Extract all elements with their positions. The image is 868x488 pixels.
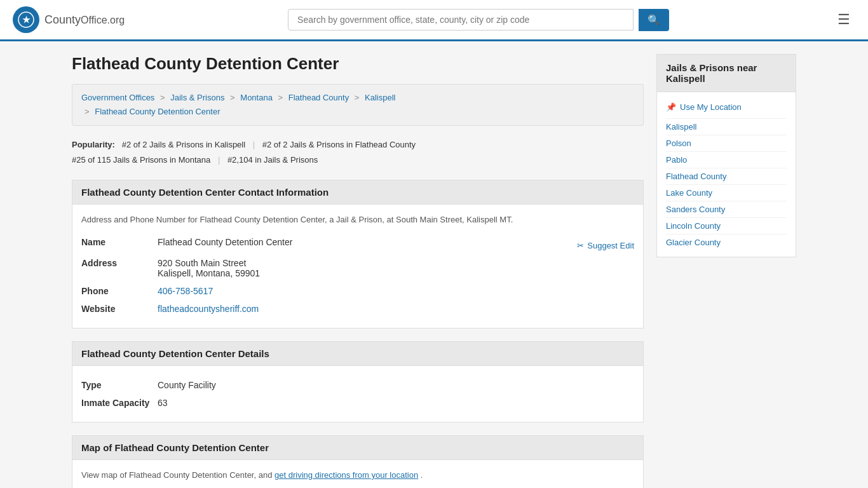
popularity-stat2: #2 of 2 Jails & Prisons in Flathead Coun…	[262, 140, 416, 149]
name-value: Flathead County Detention Center	[158, 237, 577, 247]
website-label: Website	[81, 304, 158, 314]
map-section-body: View map of Flathead County Detention Ce…	[72, 460, 644, 488]
phone-row: Phone 406-758-5617	[81, 282, 634, 300]
contact-section: Flathead County Detention Center Contact…	[72, 180, 644, 329]
page-title: Flathead County Detention Center	[72, 54, 644, 74]
contact-description: Address and Phone Number for Flathead Co…	[81, 215, 634, 224]
popularity-stat1: #2 of 2 Jails & Prisons in Kalispell	[122, 140, 245, 149]
address-row: Address 920 South Main Street Kalispell,…	[81, 254, 634, 282]
capacity-value: 63	[158, 398, 634, 408]
popularity-section: Popularity: #2 of 2 Jails & Prisons in K…	[72, 137, 644, 167]
phone-link[interactable]: 406-758-5617	[158, 286, 213, 296]
site-header: ★ CountyOffice.org 🔍 ☰	[0, 0, 868, 41]
website-row: Website flatheadcountysheriff.com	[81, 300, 634, 318]
use-my-location-button[interactable]: 📌 Use My Location	[666, 98, 787, 116]
breadcrumb-link-kalispell[interactable]: Kalispell	[365, 93, 395, 102]
sidebar-body: 📌 Use My Location Kalispell Polson Pablo…	[657, 92, 796, 257]
logo-area: ★ CountyOffice.org	[13, 6, 125, 33]
sidebar-link-kalispell[interactable]: Kalispell	[666, 118, 787, 135]
address-value: 920 South Main Street Kalispell, Montana…	[158, 258, 634, 278]
map-section-header: Map of Flathead County Detention Center	[72, 435, 644, 460]
map-section: Map of Flathead County Detention Center …	[72, 435, 644, 488]
breadcrumb: Government Offices > Jails & Prisons > M…	[72, 84, 644, 126]
content-area: Flathead County Detention Center Governm…	[72, 54, 644, 488]
capacity-label: Inmate Capacity	[81, 398, 158, 408]
edit-icon: ✂	[577, 241, 584, 250]
capacity-row: Inmate Capacity 63	[81, 394, 634, 412]
website-value: flatheadcountysheriff.com	[158, 304, 634, 314]
main-container: Flathead County Detention Center Governm…	[59, 41, 809, 488]
search-input[interactable]	[288, 9, 634, 30]
name-label: Name	[81, 237, 158, 247]
details-info-table: Type County Facility Inmate Capacity 63	[81, 376, 634, 412]
menu-button[interactable]: ☰	[832, 9, 855, 30]
details-section-header: Flathead County Detention Center Details	[72, 341, 644, 366]
logo-text: CountyOffice.org	[44, 13, 125, 27]
contact-info-table: Name Flathead County Detention Center ✂ …	[81, 233, 634, 318]
suggest-edit-button[interactable]: ✂ Suggest Edit	[577, 237, 634, 250]
sidebar-link-lincoln-county[interactable]: Lincoln County	[666, 217, 787, 234]
driving-directions-link[interactable]: get driving directions from your locatio…	[275, 470, 418, 480]
sidebar-link-glacier-county[interactable]: Glacier County	[666, 234, 787, 250]
sidebar-header: Jails & Prisons near Kalispell	[657, 55, 796, 92]
sidebar-link-flathead-county[interactable]: Flathead County	[666, 168, 787, 184]
phone-value: 406-758-5617	[158, 286, 634, 296]
type-label: Type	[81, 380, 158, 390]
details-section: Flathead County Detention Center Details…	[72, 341, 644, 423]
details-section-body: Type County Facility Inmate Capacity 63	[72, 366, 644, 423]
name-row: Name Flathead County Detention Center ✂ …	[81, 233, 634, 254]
sidebar-link-lake-county[interactable]: Lake County	[666, 184, 787, 201]
sidebar-link-sanders-county[interactable]: Sanders County	[666, 201, 787, 217]
phone-label: Phone	[81, 286, 158, 296]
breadcrumb-link-flathead[interactable]: Flathead County	[288, 93, 349, 102]
sidebar: Jails & Prisons near Kalispell 📌 Use My …	[656, 54, 796, 488]
pin-icon: 📌	[666, 102, 676, 112]
search-icon: 🔍	[648, 15, 660, 25]
type-row: Type County Facility	[81, 376, 634, 394]
logo-icon: ★	[13, 6, 39, 33]
type-value: County Facility	[158, 380, 634, 390]
contact-section-header: Flathead County Detention Center Contact…	[72, 180, 644, 205]
contact-section-body: Address and Phone Number for Flathead Co…	[72, 205, 644, 329]
map-description: View map of Flathead County Detention Ce…	[81, 470, 634, 480]
breadcrumb-link-gov[interactable]: Government Offices	[81, 93, 154, 102]
sidebar-link-polson[interactable]: Polson	[666, 135, 787, 151]
popularity-stat4: #2,104 in Jails & Prisons	[227, 155, 318, 165]
popularity-stat3: #25 of 115 Jails & Prisons in Montana	[72, 155, 210, 165]
popularity-label: Popularity:	[72, 140, 115, 149]
breadcrumb-link-current[interactable]: Flathead County Detention Center	[95, 107, 220, 116]
breadcrumb-link-montana[interactable]: Montana	[240, 93, 273, 102]
search-area: 🔍	[288, 9, 669, 31]
website-link[interactable]: flatheadcountysheriff.com	[158, 304, 259, 314]
address-label: Address	[81, 258, 158, 268]
search-button[interactable]: 🔍	[639, 9, 669, 31]
svg-text:★: ★	[22, 15, 31, 25]
breadcrumb-link-jails[interactable]: Jails & Prisons	[170, 93, 224, 102]
hamburger-icon: ☰	[837, 11, 850, 27]
sidebar-card: Jails & Prisons near Kalispell 📌 Use My …	[656, 54, 796, 257]
sidebar-link-pablo[interactable]: Pablo	[666, 151, 787, 168]
